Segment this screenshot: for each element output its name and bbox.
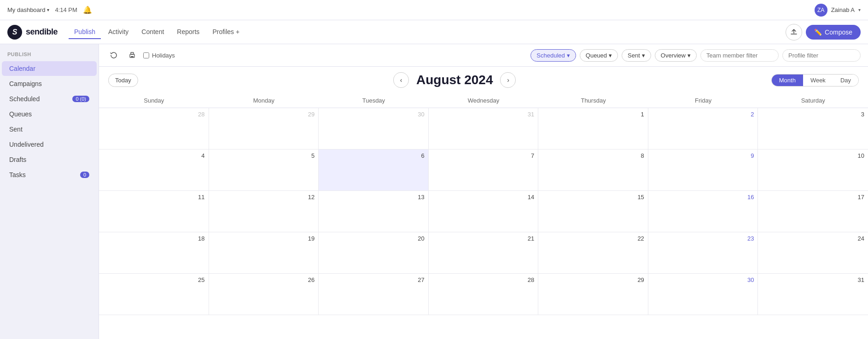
day-number: 28 bbox=[432, 276, 535, 283]
filter-scheduled-button[interactable]: Scheduled ▾ bbox=[530, 49, 576, 62]
filter-sent-label: Sent bbox=[628, 52, 640, 59]
sidebar-item-undelivered[interactable]: Undelivered bbox=[2, 137, 97, 152]
calendar-cell[interactable]: 7 bbox=[429, 149, 539, 191]
calendar-cell[interactable]: 24 bbox=[758, 232, 868, 274]
navbar: S sendible Publish Activity Content Repo… bbox=[0, 20, 868, 44]
calendar-cell[interactable]: 21 bbox=[429, 232, 539, 274]
calendar-cell[interactable]: 5 bbox=[209, 149, 319, 191]
view-day-button[interactable]: Day bbox=[833, 75, 858, 86]
profile-filter-input[interactable] bbox=[782, 49, 861, 62]
print-button[interactable] bbox=[125, 48, 140, 63]
calendar-cell[interactable]: 28 bbox=[99, 108, 209, 149]
day-number: 8 bbox=[542, 152, 644, 159]
filter-queued-button[interactable]: Queued ▾ bbox=[580, 49, 618, 62]
calendar-cell[interactable]: 27 bbox=[319, 274, 429, 315]
calendar-cell[interactable]: 12 bbox=[209, 191, 319, 232]
edit-icon: ✏️ bbox=[814, 29, 822, 36]
calendar-cell[interactable]: 15 bbox=[538, 191, 648, 232]
sidebar-queues-label: Queues bbox=[9, 110, 32, 118]
calendar-nav: ‹ August 2024 › bbox=[393, 72, 516, 88]
svg-rect-2 bbox=[131, 56, 134, 57]
filter-sent-chevron: ▾ bbox=[642, 52, 645, 59]
filter-sent-button[interactable]: Sent ▾ bbox=[622, 49, 651, 62]
calendar-cell[interactable]: 31 bbox=[758, 274, 868, 315]
day-number: 25 bbox=[103, 276, 205, 283]
day-number: 19 bbox=[213, 235, 315, 242]
calendar-cell[interactable]: 20 bbox=[319, 232, 429, 274]
sidebar-item-queues[interactable]: Queues bbox=[2, 107, 97, 121]
sidebar-undelivered-label: Undelivered bbox=[9, 141, 44, 148]
toolbar-filters: Scheduled ▾ Queued ▾ Sent ▾ Overview ▾ bbox=[530, 49, 861, 62]
nav-item-reports[interactable]: Reports bbox=[171, 25, 205, 39]
next-month-button[interactable]: › bbox=[500, 72, 516, 88]
calendar-cell[interactable]: 2 bbox=[648, 108, 758, 149]
sidebar-item-calendar[interactable]: Calendar bbox=[2, 61, 97, 76]
nav-item-activity[interactable]: Activity bbox=[103, 25, 134, 39]
filter-overview-button[interactable]: Overview ▾ bbox=[655, 49, 697, 62]
sidebar-item-scheduled[interactable]: Scheduled 0 (0) bbox=[2, 92, 97, 106]
sidebar-section-title: PUBLISH bbox=[0, 52, 99, 61]
day-header-tuesday: Tuesday bbox=[319, 93, 429, 108]
calendar-cell[interactable]: 23 bbox=[648, 232, 758, 274]
calendar-cell[interactable]: 4 bbox=[99, 149, 209, 191]
calendar-cell[interactable]: 28 bbox=[429, 274, 539, 315]
holidays-checkbox-label[interactable]: Holidays bbox=[143, 52, 175, 59]
notification-bell-icon[interactable]: 🔔 bbox=[83, 6, 92, 14]
calendar-cell[interactable]: 22 bbox=[538, 232, 648, 274]
calendar-cell[interactable]: 13 bbox=[319, 191, 429, 232]
holidays-checkbox[interactable] bbox=[143, 52, 149, 58]
calendar-cell[interactable]: 26 bbox=[209, 274, 319, 315]
calendar-cell[interactable]: 30 bbox=[319, 108, 429, 149]
calendar-cell[interactable]: 6 bbox=[319, 149, 429, 191]
calendar-cell[interactable]: 29 bbox=[538, 274, 648, 315]
day-header-monday: Monday bbox=[209, 93, 319, 108]
topbar-time: 4:14 PM bbox=[55, 6, 77, 13]
calendar-cell[interactable]: 9 bbox=[648, 149, 758, 191]
day-number: 14 bbox=[432, 194, 535, 201]
calendar-cell[interactable]: 8 bbox=[538, 149, 648, 191]
calendar-cell[interactable]: 14 bbox=[429, 191, 539, 232]
filter-queued-chevron: ▾ bbox=[609, 52, 612, 59]
calendar-cell[interactable]: 3 bbox=[758, 108, 868, 149]
refresh-button[interactable] bbox=[106, 48, 121, 63]
day-header-thursday: Thursday bbox=[538, 93, 648, 108]
sidebar-item-drafts[interactable]: Drafts bbox=[2, 152, 97, 167]
calendar-cell[interactable]: 25 bbox=[99, 274, 209, 315]
main-layout: PUBLISH Calendar Campaigns Scheduled 0 (… bbox=[0, 44, 868, 339]
day-header-wednesday: Wednesday bbox=[429, 93, 539, 108]
user-chevron-icon[interactable]: ▾ bbox=[858, 7, 861, 12]
nav-item-publish[interactable]: Publish bbox=[69, 25, 101, 39]
prev-month-button[interactable]: ‹ bbox=[393, 72, 409, 88]
nav-item-profiles[interactable]: Profiles + bbox=[207, 25, 245, 39]
upload-button[interactable] bbox=[786, 24, 802, 40]
compose-button[interactable]: ✏️ Compose bbox=[806, 25, 861, 40]
sidebar-item-campaigns[interactable]: Campaigns bbox=[2, 76, 97, 91]
sidebar-item-sent[interactable]: Sent bbox=[2, 122, 97, 137]
day-number: 3 bbox=[762, 111, 864, 118]
calendar-cell[interactable]: 1 bbox=[538, 108, 648, 149]
sidebar-campaigns-label: Campaigns bbox=[9, 80, 42, 87]
topbar-left: My dashboard ▾ 4:14 PM 🔔 bbox=[7, 6, 92, 14]
sidebar: PUBLISH Calendar Campaigns Scheduled 0 (… bbox=[0, 44, 99, 339]
view-month-button[interactable]: Month bbox=[772, 75, 803, 86]
calendar-cell[interactable]: 11 bbox=[99, 191, 209, 232]
sidebar-item-tasks[interactable]: Tasks 0 bbox=[2, 167, 97, 182]
view-week-button[interactable]: Week bbox=[803, 75, 833, 86]
day-header-friday: Friday bbox=[648, 93, 758, 108]
calendar-cell[interactable]: 30 bbox=[648, 274, 758, 315]
today-button[interactable]: Today bbox=[108, 74, 138, 87]
sidebar-sent-label: Sent bbox=[9, 126, 23, 133]
team-member-filter-input[interactable] bbox=[700, 49, 779, 62]
calendar-cell[interactable]: 18 bbox=[99, 232, 209, 274]
calendar-cell[interactable]: 16 bbox=[648, 191, 758, 232]
calendar-cell[interactable]: 17 bbox=[758, 191, 868, 232]
calendar-cell[interactable]: 31 bbox=[429, 108, 539, 149]
dashboard-title[interactable]: My dashboard ▾ bbox=[7, 6, 49, 13]
calendar-cell[interactable]: 29 bbox=[209, 108, 319, 149]
nav-item-content[interactable]: Content bbox=[136, 25, 169, 39]
calendar-cell[interactable]: 19 bbox=[209, 232, 319, 274]
day-number: 30 bbox=[652, 276, 754, 283]
toolbar-left: Holidays bbox=[106, 48, 527, 63]
calendar-cell[interactable]: 10 bbox=[758, 149, 868, 191]
logo-icon: S bbox=[7, 25, 22, 40]
